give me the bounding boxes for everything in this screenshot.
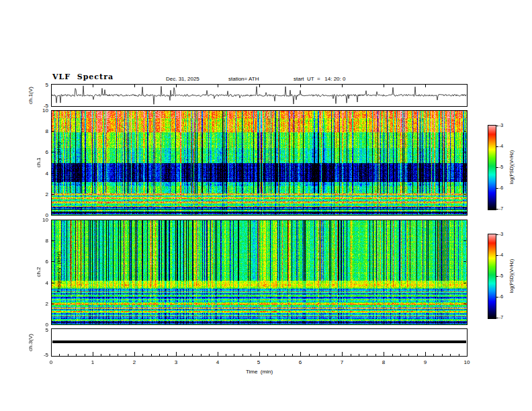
tick-mark [342,352,343,356]
tick-mark [433,354,434,356]
tick-mark [467,352,468,356]
tick-mark [384,85,384,87]
tick-mark [463,283,466,283]
tick-mark [234,354,234,356]
cbar-tick-label: -6 [499,185,503,191]
xtick-label: 0 [50,359,52,365]
tick-mark [275,354,276,356]
ch2-spectrogram-canvas [52,220,467,324]
tick-mark [51,352,52,356]
tick-mark [496,255,498,256]
tick-mark [126,354,126,356]
xtick-label: 4 [216,359,219,365]
tick-mark [392,354,393,356]
tick-mark [463,220,466,220]
tick-mark [201,354,202,356]
xtick-label: 9 [424,359,427,365]
ch1-wave-ytick-top: 5 [35,82,48,88]
tick-mark [267,354,268,356]
ytick-label: 10 [35,107,48,113]
tick-mark [384,352,384,356]
tick-mark [85,354,85,356]
tick-mark [496,146,498,147]
tick-mark [118,354,118,356]
tick-mark [351,354,351,356]
tick-mark [367,354,367,356]
cbar-tick-label: -3 [499,123,503,128]
ch2-spec-frequency-label: Frequency (kHz) [56,232,62,312]
tick-mark [142,354,143,356]
tick-mark [442,354,443,356]
tick-mark [52,261,54,262]
tick-mark [317,354,318,356]
tick-mark [52,215,54,216]
tick-mark [52,152,54,152]
ytick-label: 10 [35,217,48,223]
tick-mark [359,354,359,356]
tick-mark [52,131,54,132]
tick-mark [52,220,54,220]
ch1-spec-frequency-label: Frequency (kHz) [56,122,62,203]
xaxis-title: Time (min) [246,369,273,375]
ch3-flat-trace [52,340,466,343]
tick-mark [68,354,69,356]
tick-mark [226,354,226,356]
ch3-wave-ylabel: ch.3(V) [28,322,34,363]
ch1-colorbar-title: log(PSD)(V²/Hz) [509,140,515,194]
tick-mark [496,234,498,235]
tick-mark [251,354,251,356]
ch2-colorbar-title: log(PSD)(V²/Hz) [509,249,515,303]
header-start-ut: start UT = 14: 20: 0 [294,76,345,82]
tick-mark [417,354,418,356]
cbar-tick-label: -3 [499,232,503,237]
cbar-tick-label: -7 [499,206,503,212]
ch2-spec-channel-label: ch.2 [36,232,42,312]
tick-mark [463,152,466,152]
ch2-spectrogram-ylabel: ch.2 Frequency (kHz) [22,232,36,312]
ch3-wave-ytick-bottom: -5 [35,352,48,358]
tick-mark [467,85,468,87]
tick-mark [425,352,426,356]
tick-mark [52,194,54,195]
tick-mark [52,304,54,304]
xtick-label: 8 [382,359,385,365]
tick-mark [496,276,498,277]
tick-mark [134,352,135,356]
cbar-tick-label: -6 [499,294,503,300]
tick-mark [496,209,498,210]
tick-mark [52,110,54,111]
tick-mark [408,354,409,356]
tick-mark [51,85,52,87]
tick-mark [284,354,285,356]
tick-mark [259,352,260,356]
tick-mark [463,131,466,132]
ch1-colorbar-canvas [488,126,496,210]
tick-mark [218,352,218,356]
tick-mark [496,167,498,168]
tick-mark [218,85,218,87]
tick-mark [52,283,54,283]
tick-mark [159,354,160,356]
tick-mark [450,354,451,356]
tick-mark [242,354,243,356]
tick-mark [176,85,177,87]
tick-mark [309,354,310,356]
tick-mark [342,85,343,87]
tick-mark [176,352,177,356]
xtick-label: 7 [341,359,343,365]
tick-mark [76,354,77,356]
ch1-waveform-canvas [52,85,467,106]
figure-title: VLF Spectra [52,74,114,80]
ch2-colorbar-canvas [488,234,496,318]
tick-mark [463,261,466,262]
tick-mark [463,240,466,241]
cbar-tick-label: -4 [499,253,503,258]
tick-mark [463,215,466,216]
cbar-tick-label: -4 [499,144,503,149]
tick-mark [459,354,459,356]
xtick-label: 6 [299,359,302,365]
vlf-spectra-figure: VLF Spectra Dec. 31, 2025 station= ATH s… [0,0,532,411]
tick-mark [425,85,426,87]
tick-mark [93,85,93,87]
tick-mark [496,188,498,189]
